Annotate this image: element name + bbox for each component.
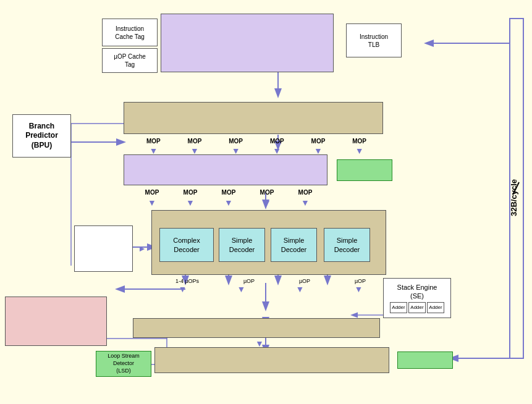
uops-arrows: ▼ ▼ ▼ ▼ xyxy=(153,284,388,294)
uop-cache-tag-block: µOP CacheTag xyxy=(102,48,158,73)
simple-decoder-1-block: SimpleDecoder xyxy=(219,228,265,262)
branch-predictor-label: BranchPredictor(BPU) xyxy=(25,122,58,151)
uops-4: µOP xyxy=(355,278,366,284)
microcode-arrow: ▼ xyxy=(137,245,146,253)
adder-3-block: Adder xyxy=(427,302,444,313)
simple-decoder-3-label: SimpleDecoder xyxy=(334,236,360,254)
simple-decoder-2-block: SimpleDecoder xyxy=(271,228,317,262)
instruction-tlb-block: InstructionTLB xyxy=(346,23,402,57)
decoded-stream-buffer-block xyxy=(5,297,107,346)
four-way-decode-block: ComplexDecoder SimpleDecoder SimpleDecod… xyxy=(151,210,386,275)
mop-2-2: MOP xyxy=(184,189,198,196)
macro-fusion-block xyxy=(337,159,392,181)
mux-block xyxy=(133,318,380,338)
mop-2-1: MOP xyxy=(145,189,159,196)
mop-1-1: MOP xyxy=(146,138,161,145)
svg-text:32B/cycle: 32B/cycle xyxy=(509,179,518,216)
adder-1-block: Adder xyxy=(390,302,407,313)
uops-row: 1-4 µOPs µOP µOP µOP xyxy=(153,278,388,284)
complex-decoder-label: ComplexDecoder xyxy=(173,236,200,254)
mop-2-4: MOP xyxy=(260,189,274,196)
adder-3-label: Adder xyxy=(429,305,442,311)
fetch-predecode-block xyxy=(124,102,383,134)
adder-2-block: Adder xyxy=(408,302,426,313)
complex-decoder-block: ComplexDecoder xyxy=(159,228,214,262)
simple-decoder-2-label: SimpleDecoder xyxy=(281,236,307,254)
uops-2: µOP xyxy=(243,278,255,284)
mop-1-4: MOP xyxy=(270,138,284,145)
svg-line-2 xyxy=(513,182,519,195)
adder-1-label: Adder xyxy=(392,305,405,311)
mop-2-5: MOP xyxy=(298,189,313,196)
svg-rect-0 xyxy=(510,19,523,358)
instruction-tlb-label: InstructionTLB xyxy=(360,33,388,49)
l1-cache-block xyxy=(161,14,334,72)
mux-down-arrow: ▼ xyxy=(255,339,264,348)
mop-1-2: MOP xyxy=(188,138,202,145)
mop-row-1: MOP MOP MOP MOP MOP MOP xyxy=(133,138,380,145)
icache-tag-block: InstructionCache Tag xyxy=(102,19,158,46)
loop-stream-detector-label: Loop StreamDetector(LSD) xyxy=(108,353,140,374)
mop-row-2: MOP MOP MOP MOP MOP xyxy=(133,189,324,196)
loop-stream-detector-block: Loop StreamDetector(LSD) xyxy=(96,351,151,377)
micro-fusion-block xyxy=(397,351,453,369)
alloc-queue-block xyxy=(154,347,389,373)
mop-1-6: MOP xyxy=(352,138,366,145)
mop-arrows-2: ▼ ▼ ▼ ▼ ▼ xyxy=(133,198,324,208)
mop-1-3: MOP xyxy=(229,138,243,145)
stack-engine-label: Stack Engine (SE) Adder Adder Adder xyxy=(390,283,444,314)
microcode-sequencer-block xyxy=(74,225,133,272)
simple-decoder-1-label: SimpleDecoder xyxy=(229,236,255,254)
diagram: 32B/cycle xyxy=(0,0,532,404)
branch-predictor-block: BranchPredictor(BPU) xyxy=(12,114,71,158)
icache-tag-label: InstructionCache Tag xyxy=(115,25,145,41)
uops-3: µOP xyxy=(299,278,310,284)
instruction-queue-block xyxy=(124,154,327,185)
uop-cache-tag-label: µOP CacheTag xyxy=(114,53,146,69)
mop-1-5: MOP xyxy=(311,138,326,145)
simple-decoder-3-block: SimpleDecoder xyxy=(324,228,370,262)
stack-engine-block: Stack Engine (SE) Adder Adder Adder xyxy=(383,278,451,318)
adder-2-label: Adder xyxy=(410,305,423,311)
uops-1: 1-4 µOPs xyxy=(175,278,199,284)
mop-2-3: MOP xyxy=(222,189,236,196)
